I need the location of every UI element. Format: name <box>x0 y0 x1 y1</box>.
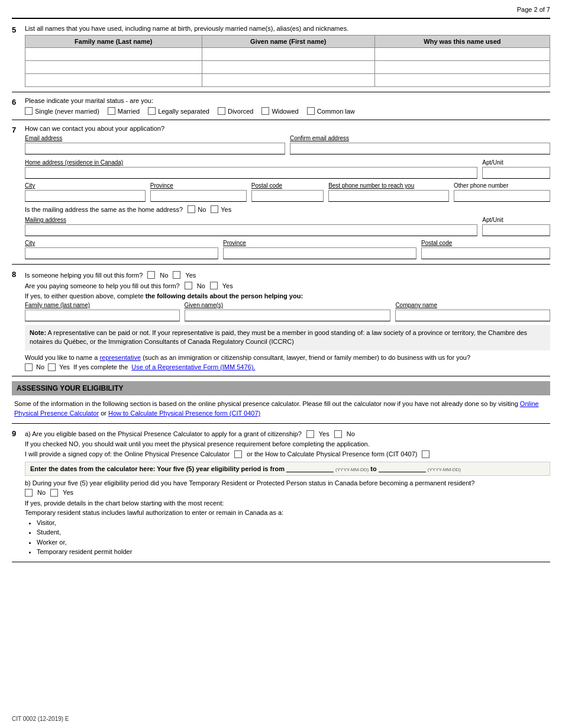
option-married[interactable]: Married <box>108 107 140 115</box>
section-7-number: 7 <box>12 125 25 259</box>
9b-no-label: No <box>37 489 46 496</box>
given-name-input-2[interactable] <box>202 61 374 74</box>
checkbox-mailing-yes[interactable] <box>211 205 218 213</box>
helper-company-name-input[interactable] <box>395 310 550 321</box>
section-8-number: 8 <box>12 269 25 371</box>
option-single[interactable]: Single (never married) <box>25 107 99 115</box>
why-used-input-2[interactable] <box>374 61 550 74</box>
home-address-group: Home address (residence in Canada) <box>25 159 477 179</box>
date-to-hint: (YYYY-MM-DD) <box>428 467 461 472</box>
checkbox-common-law[interactable] <box>307 107 315 115</box>
option-common-law[interactable]: Common law <box>307 107 355 115</box>
checkbox-how-to-form[interactable] <box>422 450 429 458</box>
checkbox-online-calc[interactable] <box>234 450 242 458</box>
section9b-question: b) During your five (5) year eligibility… <box>25 479 550 487</box>
list-item: Temporary resident permit holder <box>37 547 550 557</box>
home-address-label: Home address (residence in Canada) <box>25 159 477 166</box>
apt-unit-input[interactable] <box>482 167 550 179</box>
date-from-field[interactable] <box>286 472 334 472</box>
confirm-email-group: Confirm email address <box>290 135 550 154</box>
checkbox-married[interactable] <box>108 107 115 115</box>
option-widowed[interactable]: Widowed <box>261 107 298 115</box>
mailing-city-input[interactable] <box>25 247 218 259</box>
helper-given-names-group: Given name(s) <box>185 302 391 321</box>
why-used-input-1[interactable] <box>374 48 550 61</box>
use-rep-form-link[interactable]: Use of a Representative Form (IMM 5476). <box>131 363 255 371</box>
col-family-name: Family name (Last name) <box>25 36 202 48</box>
paying-row: Are you paying someone to help you fill … <box>25 282 550 289</box>
checkbox-9b-no[interactable] <box>25 489 33 497</box>
helper-company-name-group: Company name <box>395 302 550 321</box>
footer: CIT 0002 (12-2019) E <box>12 716 69 722</box>
assessing-header: ASSESSING YOUR ELIGIBILITY <box>12 381 550 395</box>
list-item: Visitor, <box>37 518 550 528</box>
checkbox-mailing-no[interactable] <box>188 205 195 213</box>
checkbox-single[interactable] <box>25 107 33 115</box>
mailing-yes-option[interactable]: Yes <box>211 205 231 213</box>
checkbox-paying-no[interactable] <box>185 282 192 289</box>
table-row <box>25 74 550 87</box>
province-input[interactable] <box>150 190 247 202</box>
list-item: Student, <box>37 527 550 537</box>
confirm-email-label: Confirm email address <box>290 135 550 141</box>
provide-copy-row: I will provide a signed copy of: the Onl… <box>25 450 550 458</box>
mailing-city-group: City <box>25 240 218 259</box>
section-7-question: How can we contact you about your applic… <box>25 125 550 132</box>
checkbox-divorced[interactable] <box>218 107 225 115</box>
checkbox-legally-separated[interactable] <box>148 107 156 115</box>
mailing-province-input[interactable] <box>223 247 416 259</box>
if-yes-complete-text: If yes complete the <box>73 363 128 371</box>
helper-given-names-input[interactable] <box>185 310 391 321</box>
helper-family-name-label: Family name (last name) <box>25 302 180 308</box>
rep-question-text: Would you like to name a <box>25 354 99 361</box>
checkbox-helping-no[interactable] <box>147 271 155 279</box>
mailing-apt-input[interactable] <box>482 224 550 236</box>
rep-link[interactable]: representative <box>99 354 141 361</box>
if-yes-instruction: If yes, to either question above, comple… <box>25 292 550 299</box>
how-calc-link[interactable]: How to Calculate Physical Presence form … <box>108 410 260 417</box>
mailing-postal-input[interactable] <box>421 247 550 259</box>
date-to-field[interactable] <box>379 472 426 472</box>
given-name-input-1[interactable] <box>202 48 374 61</box>
checkbox-9a-no[interactable] <box>334 430 342 438</box>
9a-yes-label: Yes <box>319 430 330 437</box>
option-divorced[interactable]: Divorced <box>218 107 253 115</box>
family-name-input-3[interactable] <box>25 74 202 87</box>
confirm-email-input[interactable] <box>290 143 550 154</box>
apt-unit-label: Apt/Unit <box>482 159 550 166</box>
given-name-input-3[interactable] <box>202 74 374 87</box>
postal-code-input[interactable] <box>251 190 324 202</box>
checkbox-widowed[interactable] <box>261 107 269 115</box>
helper-family-name-group: Family name (last name) <box>25 302 180 321</box>
checkbox-rep-yes[interactable] <box>48 363 56 371</box>
helper-family-name-input[interactable] <box>25 310 180 321</box>
temp-res-text: Temporary resident status includes lawfu… <box>25 509 550 516</box>
section9a-row: a) Are you eligible based on the Physica… <box>25 430 550 438</box>
province-label: Province <box>150 182 247 189</box>
family-name-input-2[interactable] <box>25 61 202 74</box>
helping-no-label: No <box>160 272 168 279</box>
checkbox-9a-yes[interactable] <box>306 430 314 438</box>
label-common-law: Common law <box>317 108 355 115</box>
home-address-input[interactable] <box>25 167 477 179</box>
city-input[interactable] <box>25 190 146 202</box>
checkbox-rep-no[interactable] <box>25 363 33 371</box>
why-used-input-3[interactable] <box>374 74 550 87</box>
best-phone-input[interactable] <box>328 190 449 202</box>
mailing-apt-group: Apt/Unit <box>482 217 550 236</box>
paying-no-label: No <box>197 282 205 289</box>
email-input[interactable] <box>25 143 285 154</box>
helping-yes-label: Yes <box>185 272 196 279</box>
checkbox-9b-yes[interactable] <box>50 489 58 497</box>
other-phone-input[interactable] <box>454 190 550 202</box>
rep-yes-label: Yes <box>59 363 70 371</box>
checkbox-helping-yes[interactable] <box>173 271 180 279</box>
mailing-same-text: Is the mailing address the same as the h… <box>25 206 183 213</box>
note-text: A representative can be paid or not. If … <box>30 329 527 345</box>
option-legally-separated[interactable]: Legally separated <box>148 107 209 115</box>
mailing-address-input[interactable] <box>25 224 477 236</box>
mailing-no-option[interactable]: No <box>188 205 206 213</box>
family-name-input-1[interactable] <box>25 48 202 61</box>
mailing-city-label: City <box>25 240 218 246</box>
checkbox-paying-yes[interactable] <box>210 282 218 289</box>
